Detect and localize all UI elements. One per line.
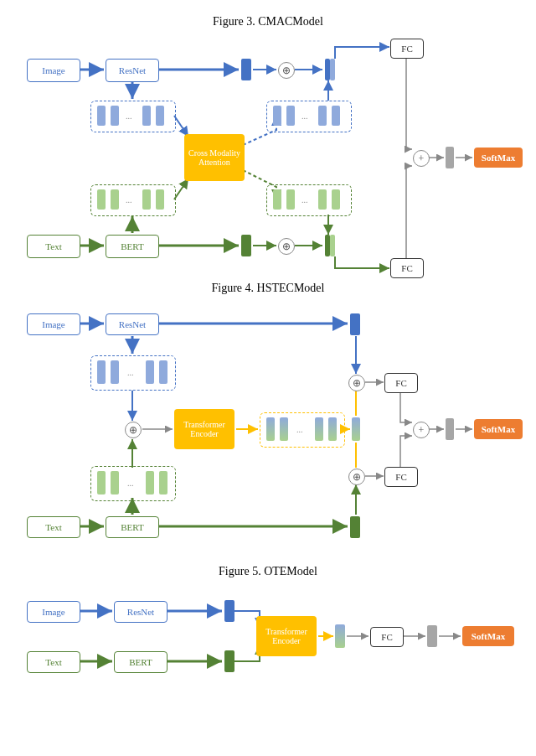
fig4-title: Figure 4. HSTECModel [8,282,528,295]
softmax-box: SoftMax [474,148,523,168]
oplus-top-4: ⊕ [348,375,365,391]
text-input: Text [27,235,80,258]
gray-bar [446,147,454,168]
cma-box: Cross Modality Attention [184,134,245,181]
te-box-5: Transformer Encoder [256,616,317,656]
oplus-concat-4: ⊕ [125,422,142,438]
oplus-img: ⊕ [278,62,295,79]
oplus-bot-4: ⊕ [348,469,365,485]
resnet-box: ResNet [106,59,159,82]
fig4-diagram: Image ResNet Text BERT ... ... ⊕ Transfo… [8,298,528,558]
image-input: Image [27,59,80,82]
blue-global-bar [241,59,251,80]
softmax-5: SoftMax [462,626,514,646]
svg-line-4 [174,179,188,199]
fc-top-4: FC [384,373,418,393]
te-box-4: Transformer Encoder [174,409,234,449]
fig3-diagram: Image ResNet Text BERT ... ... Cross Mod… [8,32,528,275]
gray-bar-5 [427,625,437,647]
bert-4: BERT [106,516,159,538]
softmax-4: SoftMax [474,419,523,439]
blue-bar-5 [224,600,234,622]
green-global-4 [350,516,360,538]
fc-bot-4: FC [384,467,418,487]
resnet-4: ResNet [106,313,159,335]
bert-5: BERT [114,651,168,673]
mixed-bar-5 [335,624,345,648]
green-global-bar [241,235,251,256]
fig3-title: Figure 3. CMACModel [8,15,528,28]
blue-global-4 [350,313,360,335]
fc-bottom: FC [390,258,424,278]
mixed-bar-4 [352,417,360,441]
green-bar-5 [224,650,234,672]
gray-bar-4 [446,418,454,440]
fc-top: FC [390,39,424,59]
text-input-4: Text [27,516,80,538]
plus-op: + [413,150,430,167]
text-input-5: Text [27,651,80,673]
bert-box: BERT [106,235,159,258]
fig5-title: Figure 5. OTEModel [8,565,528,578]
fig5-diagram: Image ResNet Text BERT Transformer Encod… [8,582,528,691]
oplus-txt: ⊕ [278,238,295,255]
resnet-5: ResNet [114,601,168,623]
image-input-5: Image [27,601,80,623]
image-input-4: Image [27,313,80,335]
plus-4: + [413,422,430,438]
fc-5: FC [370,627,404,647]
